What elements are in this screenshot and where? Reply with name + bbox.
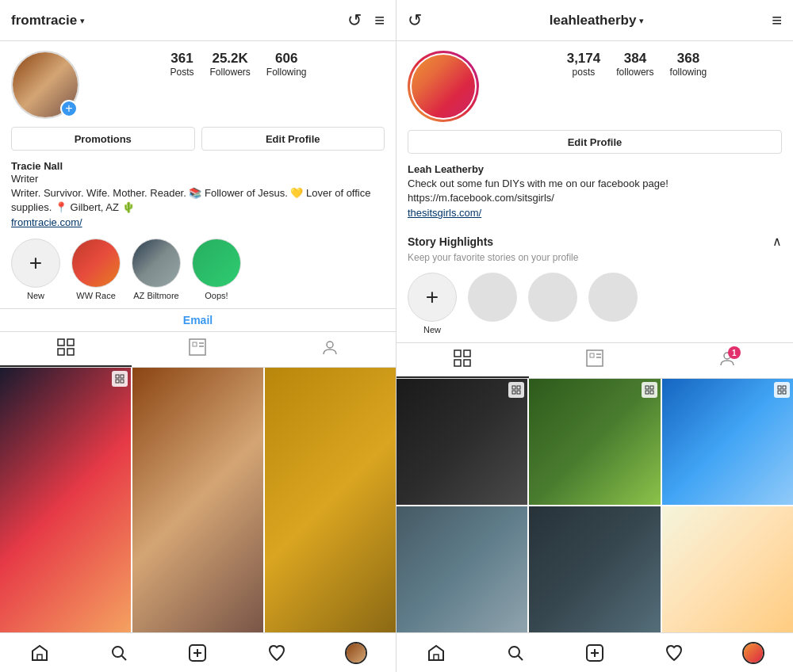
- right-username[interactable]: leahleatherby: [550, 13, 637, 29]
- right-grid-cell-5[interactable]: [529, 506, 660, 632]
- left-avatar-add-button[interactable]: +: [60, 100, 78, 117]
- svg-rect-32: [646, 386, 649, 389]
- right-nav-profile[interactable]: [714, 633, 793, 672]
- left-email-wrap: Email: [0, 309, 396, 331]
- left-header-right: ↺ ≡: [347, 10, 385, 31]
- left-nav-search[interactable]: [79, 633, 159, 672]
- left-highlight-new-label: New: [27, 291, 44, 300]
- svg-rect-5: [193, 342, 197, 346]
- right-nav-home[interactable]: [396, 633, 476, 672]
- right-nav-search[interactable]: [476, 633, 555, 672]
- left-nav-home[interactable]: [0, 633, 79, 672]
- left-tab-tagged[interactable]: [264, 332, 396, 367]
- right-highlight-empty-3[interactable]: [588, 273, 638, 334]
- left-highlight-az[interactable]: AZ Biltmore: [132, 239, 181, 300]
- right-highlight-empty-2[interactable]: [528, 273, 577, 334]
- right-highlight-new[interactable]: + New: [408, 273, 457, 334]
- right-tab-grid[interactable]: [396, 343, 529, 378]
- left-stat-following-label: Following: [266, 67, 307, 78]
- right-grid-cell-1[interactable]: [396, 379, 527, 505]
- left-grid-cell-1[interactable]: [0, 368, 131, 632]
- left-stat-followers[interactable]: 25.2K Followers: [209, 51, 250, 78]
- email-button[interactable]: Email: [183, 314, 213, 326]
- left-tab-list[interactable]: [132, 332, 263, 367]
- left-highlight-new[interactable]: + New: [11, 239, 60, 300]
- left-history-icon[interactable]: ↺: [347, 10, 362, 31]
- right-tab-tagged[interactable]: 1: [661, 343, 793, 378]
- heart-icon: [267, 643, 286, 662]
- left-highlight-ww[interactable]: WW Race: [71, 239, 121, 300]
- left-username-chevron[interactable]: ▾: [80, 16, 85, 26]
- left-bio-section: Tracie Nall Writer Writer. Survivor. Wif…: [0, 157, 396, 235]
- right-grid-cell-4[interactable]: [396, 506, 527, 632]
- left-stat-following[interactable]: 606 Following: [266, 51, 307, 78]
- promotions-button[interactable]: Promotions: [11, 127, 195, 151]
- left-highlight-ww-label: WW Race: [76, 291, 116, 300]
- left-nav-profile[interactable]: [316, 633, 396, 672]
- left-highlight-az-label: AZ Biltmore: [133, 291, 178, 300]
- right-highlight-empty-1[interactable]: [468, 273, 517, 334]
- left-highlight-oops[interactable]: Oops!: [192, 239, 241, 300]
- right-header-right: ≡: [772, 10, 782, 31]
- right-highlight-empty-2-circle: [528, 273, 577, 322]
- svg-point-41: [509, 647, 519, 657]
- svg-rect-9: [116, 375, 119, 378]
- right-nav-add[interactable]: [555, 633, 634, 672]
- right-story-chevron-up[interactable]: ∧: [772, 234, 782, 249]
- right-bio-name: Leah Leatherby: [408, 163, 782, 175]
- left-bio-text: Writer. Survivor. Wife. Mother. Reader. …: [11, 186, 385, 215]
- left-highlight-new-icon: +: [29, 252, 42, 274]
- svg-rect-2: [58, 349, 64, 355]
- left-highlight-oops-label: Oops!: [205, 291, 228, 300]
- left-grid-cell-2[interactable]: [132, 368, 263, 632]
- left-tab-grid-icon: [57, 338, 75, 360]
- right-bio-link[interactable]: thesitsgirls.com/: [408, 207, 481, 219]
- left-stat-followers-number: 25.2K: [212, 51, 247, 67]
- right-nav-activity[interactable]: [634, 633, 714, 672]
- svg-rect-13: [37, 655, 42, 660]
- right-username-chevron[interactable]: ▾: [639, 16, 644, 26]
- right-stat-posts-label: posts: [573, 67, 596, 78]
- left-bio-link[interactable]: fromtracie.com/: [11, 216, 82, 228]
- svg-rect-38: [778, 391, 781, 394]
- right-stat-posts[interactable]: 3,174 posts: [567, 51, 601, 78]
- right-header: ↺ leahleatherby ▾ ≡: [396, 0, 793, 41]
- right-grid-cell-2-overlay: [642, 382, 657, 398]
- right-grid-cell-3[interactable]: [662, 379, 793, 505]
- right-grid-cell-2[interactable]: [529, 379, 660, 505]
- right-stat-following[interactable]: 368 following: [670, 51, 707, 78]
- left-content-tabs: [0, 331, 396, 368]
- right-history-icon[interactable]: ↺: [408, 10, 422, 31]
- right-tab-list-icon: [586, 349, 603, 371]
- left-nav-add[interactable]: [159, 633, 238, 672]
- right-avatar-ring[interactable]: [408, 51, 479, 122]
- right-highlight-empty-3-circle: [588, 273, 638, 322]
- left-stat-following-number: 606: [275, 51, 297, 67]
- left-stat-posts[interactable]: 361 Posts: [170, 51, 193, 78]
- left-grid-cell-3[interactable]: [265, 368, 396, 632]
- left-panel: fromtracie ▾ ↺ ≡ + 361 Posts 25.2K: [0, 0, 396, 672]
- left-username[interactable]: fromtracie: [11, 13, 77, 29]
- left-edit-profile-button[interactable]: Edit Profile: [201, 127, 385, 151]
- left-bio-name: Tracie Nall: [11, 160, 385, 172]
- left-stat-posts-label: Posts: [170, 67, 193, 78]
- svg-rect-24: [590, 353, 594, 357]
- right-stat-followers[interactable]: 384 followers: [616, 51, 653, 78]
- right-stat-followers-number: 384: [624, 51, 646, 67]
- left-highlight-oops-circle: [192, 239, 241, 288]
- svg-rect-40: [434, 655, 439, 660]
- svg-rect-19: [454, 350, 461, 357]
- right-edit-profile-button[interactable]: Edit Profile: [408, 130, 782, 154]
- svg-point-14: [113, 647, 123, 657]
- left-tab-grid[interactable]: [0, 332, 132, 367]
- right-highlight-new-circle: +: [408, 273, 457, 322]
- right-tab-list[interactable]: [529, 343, 661, 378]
- right-content-tabs: 1: [396, 342, 793, 379]
- svg-line-15: [121, 655, 126, 660]
- right-menu-icon[interactable]: ≡: [772, 10, 782, 31]
- svg-rect-22: [464, 360, 470, 366]
- left-menu-icon[interactable]: ≡: [374, 10, 385, 31]
- left-nav-activity[interactable]: [237, 633, 316, 672]
- right-heart-icon: [665, 643, 684, 662]
- right-grid-cell-6[interactable]: [662, 506, 793, 632]
